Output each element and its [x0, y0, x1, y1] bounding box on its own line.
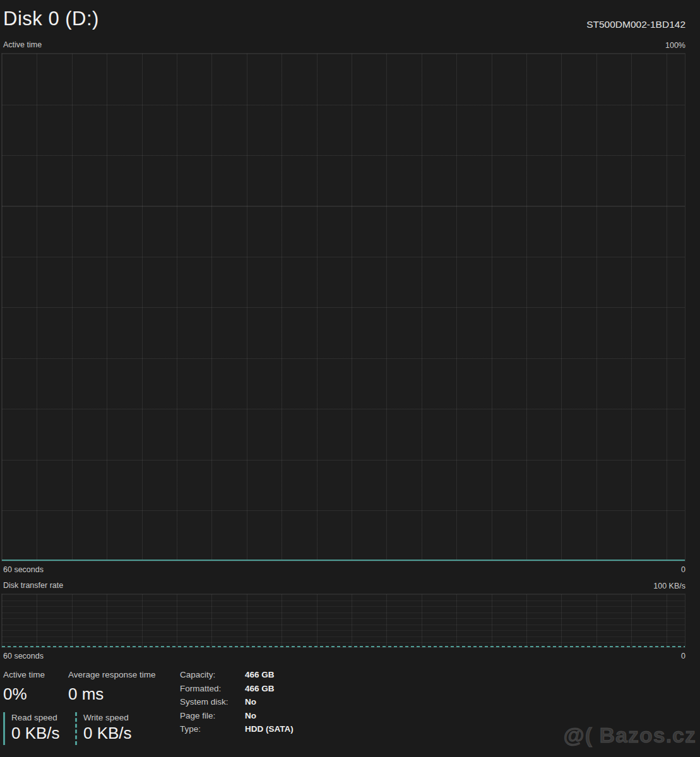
page-file-value: No [245, 711, 256, 720]
active-time-stat-value: 0% [3, 684, 27, 704]
page-file-label: Page file: [180, 711, 245, 720]
active-time-chart-max: 100% [665, 41, 685, 50]
capacity-value: 466 GB [245, 670, 275, 679]
info-row-type: Type: HDD (SATA) [180, 724, 294, 734]
active-time-chart-label: Active time [3, 40, 42, 49]
type-value: HDD (SATA) [245, 724, 294, 734]
disk-info-list: Capacity: 466 GB Formatted: 466 GB Syste… [180, 670, 294, 738]
formatted-value: 466 GB [245, 684, 275, 693]
transfer-chart-label: Disk transfer rate [3, 581, 63, 590]
active-time-series-line [2, 560, 685, 561]
info-row-capacity: Capacity: 466 GB [180, 670, 294, 679]
read-speed-label: Read speed [11, 713, 60, 722]
active-time-chart-min: 0 [681, 565, 685, 574]
transfer-chart-min: 0 [681, 652, 685, 660]
system-disk-value: No [245, 697, 256, 707]
active-time-stat-label: Active time [3, 670, 45, 679]
transfer-chart-max: 100 KB/s [653, 582, 685, 590]
write-speed-series-line [2, 646, 685, 647]
system-disk-label: System disk: [180, 697, 245, 707]
info-row-page-file: Page file: No [180, 711, 294, 720]
avg-response-stat-label: Average response time [68, 670, 156, 679]
read-speed-value: 0 KB/s [11, 724, 60, 743]
active-time-chart[interactable] [1, 53, 685, 561]
avg-response-stat-value: 0 ms [68, 684, 104, 704]
transfer-x-label: 60 seconds [3, 652, 44, 660]
read-speed-stat: Read speed 0 KB/s [3, 712, 60, 745]
bazos-watermark: @( Bazos.cz [564, 723, 696, 748]
transfer-rate-chart[interactable] [1, 594, 685, 648]
info-row-system-disk: System disk: No [180, 697, 294, 707]
page-title: Disk 0 (D:) [3, 8, 99, 30]
write-speed-stat: Write speed 0 KB/s [75, 712, 132, 745]
capacity-label: Capacity: [180, 670, 245, 679]
type-label: Type: [180, 724, 245, 734]
device-model-label: ST500DM002-1BD142 [586, 19, 685, 30]
info-row-formatted: Formatted: 466 GB [180, 684, 294, 693]
active-time-x-label: 60 seconds [3, 565, 44, 574]
write-speed-label: Write speed [83, 713, 132, 722]
write-speed-value: 0 KB/s [83, 724, 132, 743]
formatted-label: Formatted: [180, 684, 245, 693]
